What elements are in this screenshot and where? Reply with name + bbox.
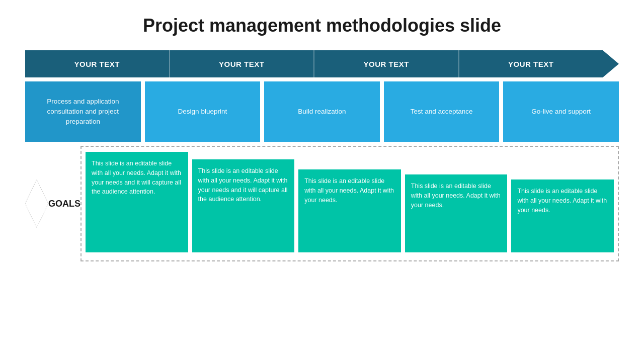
bottom-card-text-1: This slide is an editable slide with all…: [92, 160, 181, 195]
arrow-tip: [603, 50, 619, 77]
top-card-text-5: Go-live and support: [531, 107, 591, 117]
top-card-2: Design blueprint: [145, 81, 261, 142]
arrow-sections: YOUR TEXT YOUR TEXT YOUR TEXT YOUR TEXT: [25, 50, 603, 77]
banner-text-4: YOUR TEXT: [508, 60, 553, 68]
bottom-card-text-3: This slide is an editable slide with all…: [304, 177, 394, 204]
goals-cards-container: This slide is an editable slide with all…: [80, 146, 619, 261]
top-card-1: Process and application consultation and…: [25, 81, 141, 142]
banner-text-2: YOUR TEXT: [219, 60, 264, 68]
main-content: YOUR TEXT YOUR TEXT YOUR TEXT YOUR TEXT: [25, 50, 619, 261]
goals-cards-row: This slide is an editable slide with all…: [86, 152, 614, 252]
goals-section: GOALS This slide is an editable slide wi…: [25, 146, 619, 261]
bottom-card-wrapper-4: This slide is an editable slide with all…: [405, 174, 508, 252]
bottom-card-wrapper-3: This slide is an editable slide with all…: [298, 169, 401, 252]
top-card-text-3: Build realization: [298, 107, 346, 117]
arrow-banner: YOUR TEXT YOUR TEXT YOUR TEXT YOUR TEXT: [25, 50, 619, 77]
svg-marker-0: [25, 179, 48, 228]
bottom-card-wrapper-5: This slide is an editable slide with all…: [511, 179, 614, 252]
slide-title: Project management methodologies slide: [143, 15, 501, 36]
goals-label-area: GOALS: [25, 146, 80, 261]
bottom-card-2: This slide is an editable slide with all…: [192, 159, 295, 252]
bottom-card-5: This slide is an editable slide with all…: [511, 179, 614, 252]
goals-diamond-svg: [25, 146, 48, 261]
banner-text-1: YOUR TEXT: [74, 60, 120, 68]
arrow-section-1: YOUR TEXT: [25, 50, 170, 77]
top-card-text-4: Test and acceptance: [411, 107, 473, 117]
top-card-text-2: Design blueprint: [178, 107, 227, 117]
bottom-card-text-5: This slide is an editable slide with all…: [517, 188, 607, 214]
arrow-section-4: YOUR TEXT: [459, 50, 603, 77]
slide: Project management methodologies slide Y…: [0, 0, 644, 362]
goals-label: GOALS: [48, 199, 80, 209]
bottom-card-wrapper-1: This slide is an editable slide with all…: [86, 152, 188, 252]
top-card-text-1: Process and application consultation and…: [30, 97, 136, 127]
bottom-card-1: This slide is an editable slide with all…: [86, 152, 188, 252]
bottom-card-wrapper-2: This slide is an editable slide with all…: [192, 159, 295, 252]
bottom-card-text-2: This slide is an editable slide with all…: [198, 167, 288, 203]
banner-text-3: YOUR TEXT: [364, 60, 409, 68]
bottom-card-text-4: This slide is an editable slide with all…: [411, 183, 501, 209]
arrow-section-3: YOUR TEXT: [314, 50, 459, 77]
bottom-card-4: This slide is an editable slide with all…: [405, 174, 508, 252]
top-card-5: Go-live and support: [503, 81, 619, 142]
top-card-3: Build realization: [264, 81, 380, 142]
top-cards-row: Process and application consultation and…: [25, 81, 619, 142]
bottom-card-3: This slide is an editable slide with all…: [298, 169, 401, 252]
arrow-body: YOUR TEXT YOUR TEXT YOUR TEXT YOUR TEXT: [25, 50, 603, 77]
arrow-section-2: YOUR TEXT: [170, 50, 315, 77]
top-card-4: Test and acceptance: [384, 81, 500, 142]
